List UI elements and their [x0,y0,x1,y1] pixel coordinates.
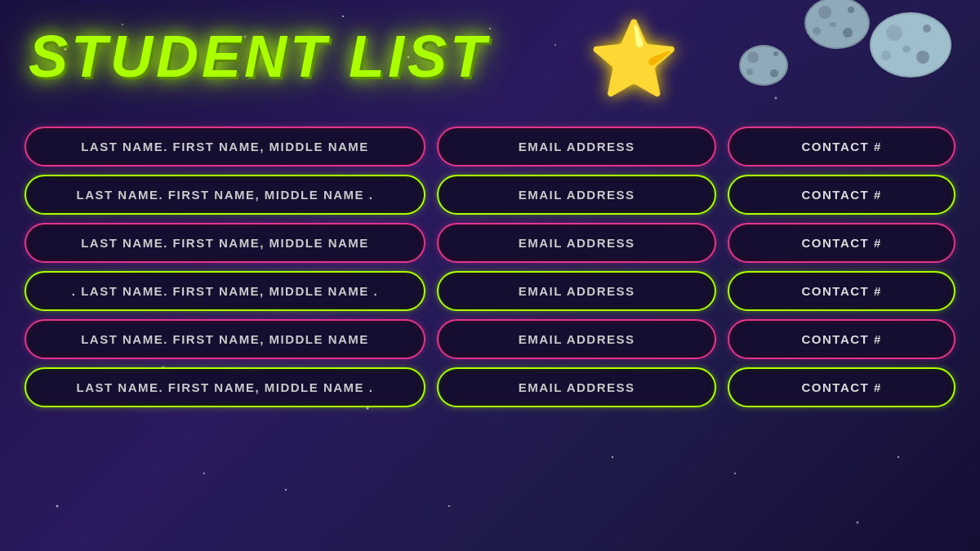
svg-point-11 [285,489,287,491]
svg-point-24 [56,505,59,508]
svg-point-44 [747,51,759,63]
svg-point-17 [734,473,736,474]
svg-point-34 [830,22,836,27]
contact-cell: CONTACT # [728,175,956,215]
name-cell: LAST NAME. FIRST NAME, MIDDLE NAME [24,223,425,263]
svg-point-22 [775,97,777,100]
name-cell: LAST NAME. FIRST NAME, MIDDLE NAME . [24,367,425,407]
table-row: LAST NAME. FIRST NAME, MIDDLE NAMEEMAIL … [24,223,956,263]
asteroid-2-icon [866,8,956,82]
table-row: . LAST NAME. FIRST NAME, MIDDLE NAME .EM… [24,271,956,311]
svg-point-33 [848,7,854,13]
table-row: LAST NAME. FIRST NAME, MIDDLE NAMEEMAIL … [24,127,956,167]
name-cell: LAST NAME. FIRST NAME, MIDDLE NAME . [24,175,425,215]
name-cell: . LAST NAME. FIRST NAME, MIDDLE NAME . [24,271,425,311]
page-title: STUDENT LIST [29,23,489,90]
contact-cell: CONTACT # [728,367,956,407]
svg-point-31 [843,28,853,38]
svg-point-38 [916,51,929,64]
svg-point-6 [489,28,491,29]
svg-point-29 [806,0,868,47]
asteroid-3-icon [735,41,792,90]
svg-point-45 [770,69,778,78]
svg-point-15 [612,456,613,458]
svg-point-19 [898,456,899,458]
email-cell: EMAIL ADDRESS [437,319,716,359]
background: STUDENT LIST ⭐ LAST NAME. FIRST NAME, MI… [0,0,980,551]
svg-point-30 [818,6,831,19]
svg-point-26 [857,522,859,524]
svg-point-4 [342,16,344,17]
contact-cell: CONTACT # [728,319,956,359]
svg-point-39 [881,51,891,60]
contact-cell: CONTACT # [728,271,956,311]
table-row: LAST NAME. FIRST NAME, MIDDLE NAME .EMAI… [24,367,956,407]
svg-point-40 [923,24,931,33]
email-cell: EMAIL ADDRESS [437,175,716,215]
email-cell: EMAIL ADDRESS [437,367,716,407]
star-decoration: ⭐ [588,16,679,106]
email-cell: EMAIL ADDRESS [437,127,716,167]
svg-point-25 [203,473,205,474]
svg-point-47 [773,51,778,56]
svg-point-13 [448,505,450,507]
svg-point-46 [746,69,753,75]
name-cell: LAST NAME. FIRST NAME, MIDDLE NAME [24,127,425,167]
svg-point-7 [555,44,556,46]
contact-cell: CONTACT # [728,127,956,167]
table-row: LAST NAME. FIRST NAME, MIDDLE NAMEEMAIL … [24,319,956,359]
svg-point-32 [813,27,821,35]
asteroid-1-icon [800,0,874,53]
table-row: LAST NAME. FIRST NAME, MIDDLE NAME .EMAI… [24,175,956,215]
svg-point-36 [871,14,950,76]
svg-point-37 [886,24,902,41]
student-list-grid: LAST NAME. FIRST NAME, MIDDLE NAMEEMAIL … [24,127,956,407]
name-cell: LAST NAME. FIRST NAME, MIDDLE NAME [24,319,425,359]
contact-cell: CONTACT # [728,223,956,263]
svg-point-41 [902,46,911,52]
email-cell: EMAIL ADDRESS [437,271,716,311]
svg-point-43 [741,47,786,84]
email-cell: EMAIL ADDRESS [437,223,716,263]
